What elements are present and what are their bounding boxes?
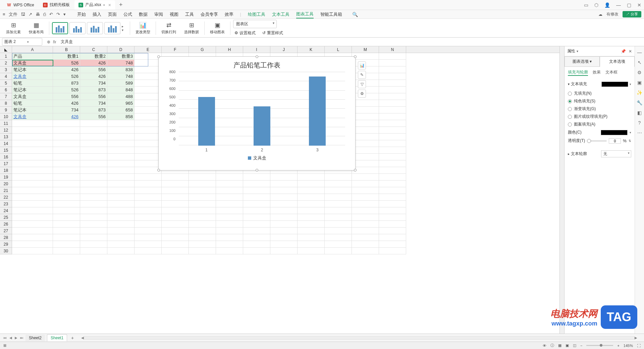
cell[interactable] [216, 214, 243, 221]
close-button[interactable]: ✕ [637, 2, 641, 8]
cell[interactable] [325, 234, 352, 241]
row-header[interactable]: 2 [0, 60, 12, 66]
cell[interactable] [298, 201, 325, 207]
cell[interactable] [216, 241, 243, 248]
prev-sheet-icon[interactable]: ◀ [9, 336, 12, 340]
expand-icon[interactable]: ⛶ [637, 344, 641, 348]
tab-data[interactable]: 数据 [139, 11, 148, 18]
cell[interactable]: 数量1 [53, 53, 80, 60]
col-header[interactable]: A [12, 46, 53, 53]
cell[interactable] [379, 80, 406, 87]
tab-efficiency[interactable]: 效率 [225, 11, 233, 18]
resize-handle[interactable] [354, 169, 357, 171]
view-page-icon[interactable]: ▣ [566, 343, 569, 348]
cell[interactable] [80, 147, 107, 154]
cursor-icon[interactable]: ↖ [638, 60, 642, 65]
cell[interactable] [12, 140, 53, 147]
cell[interactable]: 488 [107, 93, 135, 100]
cell[interactable] [80, 174, 107, 181]
cell[interactable] [352, 127, 379, 134]
col-header[interactable]: H [216, 46, 243, 53]
cell[interactable] [379, 174, 406, 181]
cell[interactable] [352, 120, 379, 127]
share-button[interactable]: ↗ 分享 [623, 11, 641, 17]
cell[interactable] [243, 187, 270, 194]
chart-styles-button[interactable]: ✎ [358, 71, 366, 79]
cell[interactable] [53, 181, 80, 187]
cell[interactable] [135, 120, 162, 127]
panel-icon[interactable]: ◧ [637, 110, 642, 115]
zoom-formula-icon[interactable]: ⊕ [47, 40, 50, 44]
row-header[interactable]: 12 [0, 127, 12, 134]
resize-handle[interactable] [157, 169, 160, 171]
select-data-button[interactable]: ⊞ 选择数据 [181, 20, 202, 36]
layers-icon[interactable]: ▣ [637, 80, 642, 85]
cell[interactable] [379, 187, 406, 194]
cell[interactable]: 426 [80, 60, 107, 66]
cell[interactable] [12, 201, 53, 207]
cell[interactable] [298, 234, 325, 241]
row-header[interactable]: 3 [0, 66, 12, 73]
cell[interactable] [80, 154, 107, 160]
cell[interactable] [216, 201, 243, 207]
cell[interactable] [352, 113, 379, 120]
cell[interactable] [325, 228, 352, 234]
cell[interactable] [243, 241, 270, 248]
cell[interactable] [107, 174, 135, 181]
cell[interactable] [298, 181, 325, 187]
col-header[interactable]: L [325, 46, 352, 53]
row-header[interactable]: 1 [0, 53, 12, 60]
save-icon[interactable]: 🖫 [21, 12, 25, 17]
cell[interactable]: 文具盒 [12, 93, 53, 100]
style-more-icon[interactable]: ▸▾ [122, 24, 127, 32]
next-sheet-icon[interactable]: ▶ [15, 336, 17, 340]
cell[interactable] [379, 53, 406, 60]
cell[interactable] [243, 248, 270, 254]
cell[interactable]: 965 [107, 100, 135, 107]
sheet-tab-sheet1[interactable]: Sheet1 [47, 334, 67, 341]
add-element-button[interactable]: ⊞ 添加元素 [3, 20, 23, 36]
cell[interactable] [80, 160, 107, 167]
cell[interactable] [80, 120, 107, 127]
cell[interactable] [189, 207, 216, 214]
cell[interactable] [216, 248, 243, 254]
tab-view[interactable]: 视图 [170, 11, 178, 18]
reset-style-button[interactable]: ↺ 重置样式 [261, 30, 284, 37]
cell[interactable] [162, 181, 189, 187]
cell[interactable] [352, 134, 379, 140]
cell[interactable]: 426 [53, 100, 80, 107]
cell[interactable]: 858 [107, 113, 135, 120]
cell[interactable] [298, 174, 325, 181]
maximize-button[interactable]: ▢ [627, 2, 631, 8]
cell[interactable]: 848 [107, 87, 135, 93]
cell[interactable] [189, 228, 216, 234]
horizontal-scrollbar[interactable]: ◀ ▶ [81, 336, 637, 340]
cell[interactable] [162, 234, 189, 241]
preview-icon[interactable]: ⎙ [43, 12, 46, 17]
cell[interactable] [12, 147, 53, 154]
zoom-slider[interactable] [586, 345, 613, 346]
cell[interactable] [352, 214, 379, 221]
app-tab-template[interactable]: D 找稻壳模板 [39, 0, 74, 10]
cell[interactable] [243, 194, 270, 201]
cell[interactable] [135, 73, 162, 80]
cell[interactable] [53, 140, 80, 147]
cell[interactable] [352, 221, 379, 228]
cell[interactable] [53, 134, 80, 140]
cell[interactable] [298, 214, 325, 221]
cell[interactable]: 文具盒 [12, 113, 53, 120]
last-sheet-icon[interactable]: ⏭ [20, 336, 23, 340]
settings-icon[interactable]: ⚙ [637, 70, 642, 75]
cell[interactable]: 426 [80, 73, 107, 80]
cell[interactable] [379, 234, 406, 241]
cell[interactable] [80, 167, 107, 174]
close-panel-icon[interactable]: ✕ [629, 49, 632, 54]
formula-input[interactable]: 文具盒 [59, 39, 644, 45]
search-icon[interactable]: 🔍 [352, 12, 358, 17]
cell[interactable] [379, 73, 406, 80]
resize-handle[interactable] [157, 55, 160, 58]
tab-formula[interactable]: 公式 [123, 11, 132, 18]
cell[interactable] [216, 174, 243, 181]
cell[interactable] [12, 154, 53, 160]
col-header[interactable]: M [352, 46, 379, 53]
